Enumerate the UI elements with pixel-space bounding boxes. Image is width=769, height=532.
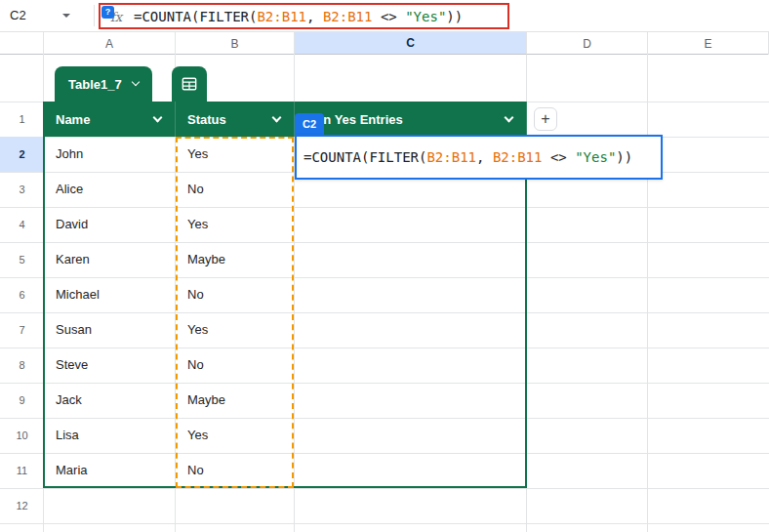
formula-token: ))	[446, 9, 463, 24]
formula-token: ,	[476, 149, 493, 165]
cell-B11[interactable]: No	[176, 453, 295, 488]
table-header-name[interactable]: Name	[44, 102, 176, 137]
cell-A3[interactable]: Alice	[44, 172, 176, 207]
cell-A2[interactable]: John	[44, 137, 176, 172]
cell-B2[interactable]: Yes	[176, 137, 295, 172]
cell-B5[interactable]: Maybe	[176, 242, 295, 277]
formula-token: B2:B11	[493, 149, 543, 165]
row-header-6[interactable]: 6	[0, 277, 44, 312]
column-header-D[interactable]: D	[527, 32, 648, 55]
formula-token: <>	[542, 149, 575, 165]
chevron-down-icon[interactable]	[153, 112, 163, 122]
cell-editor[interactable]: =COUNTA(FILTER(B2:B11, B2:B11 <> "Yes"))	[295, 135, 663, 180]
formula-token: "Yes"	[405, 9, 446, 24]
table-menu-tab[interactable]	[172, 66, 207, 102]
cell-B3[interactable]: No	[176, 172, 295, 207]
row-header-12[interactable]: 12	[0, 488, 44, 523]
cell-A7[interactable]: Susan	[44, 312, 176, 348]
name-box-value: C2	[10, 8, 26, 22]
cell-A6[interactable]: Michael	[44, 277, 176, 312]
formula-token: B2:B11	[426, 149, 476, 165]
formula-token: <>	[372, 9, 405, 24]
column-header-C[interactable]: C	[295, 32, 527, 55]
formula-token: ))	[616, 149, 632, 165]
formula-annotation-outline: ? fx =COUNTA(FILTER(B2:B11, B2:B11 <> "Y…	[99, 3, 509, 29]
cell-A8[interactable]: Steve	[44, 348, 176, 383]
name-box-caret-icon[interactable]	[62, 14, 70, 18]
cell-B6[interactable]: No	[176, 277, 295, 312]
row-header-7[interactable]: 7	[0, 312, 44, 348]
column-header-A[interactable]: A	[44, 32, 176, 55]
table-name-label: Table1_7	[68, 77, 122, 92]
name-box[interactable]: C2	[0, 0, 94, 31]
table-header-label: Name	[56, 112, 90, 127]
row-header-10[interactable]: 10	[0, 418, 44, 453]
table-icon	[181, 76, 198, 92]
table-header-label: Status	[187, 112, 226, 127]
chevron-down-icon	[131, 78, 139, 86]
table-header-status[interactable]: Status	[176, 102, 295, 137]
cell-B9[interactable]: Maybe	[176, 383, 295, 418]
divider	[94, 5, 95, 26]
row-header-11[interactable]: 11	[0, 453, 44, 488]
gridline	[0, 523, 769, 524]
row-header-9[interactable]: 9	[0, 383, 44, 418]
row-header-1[interactable]: 1	[0, 102, 44, 137]
formula-help-badge[interactable]: ?	[101, 6, 114, 19]
cell-editor-formula: =COUNTA(FILTER(B2:B11, B2:B11 <> "Yes"))	[304, 149, 632, 165]
formula-token: ,	[306, 9, 323, 24]
cell-A10[interactable]: Lisa	[44, 418, 176, 453]
chevron-down-icon[interactable]	[272, 112, 282, 122]
cell-B8[interactable]: No	[176, 348, 295, 383]
row-header-4[interactable]: 4	[0, 207, 44, 242]
gridline	[0, 488, 769, 489]
formula-token: =COUNTA(FILTER(	[304, 149, 426, 165]
column-header-B[interactable]: B	[176, 32, 295, 55]
gridline	[647, 55, 648, 532]
cell-B7[interactable]: Yes	[176, 312, 295, 348]
chevron-down-icon[interactable]	[505, 112, 514, 122]
formula-input[interactable]: =COUNTA(FILTER(B2:B11, B2:B11 <> "Yes"))	[134, 9, 463, 25]
cell-A4[interactable]: David	[44, 207, 176, 242]
active-cell-label: C2	[295, 113, 324, 135]
cell-A11[interactable]: Maria	[44, 453, 176, 488]
formula-token: B2:B11	[323, 9, 373, 24]
column-header-E[interactable]: E	[648, 32, 769, 55]
row-header-5[interactable]: 5	[0, 242, 44, 277]
select-all-corner[interactable]	[0, 32, 44, 55]
formula-token: =COUNTA(FILTER(	[134, 9, 257, 24]
cell-B10[interactable]: Yes	[176, 418, 295, 453]
cell-A5[interactable]: Karen	[44, 242, 176, 277]
row-header-2[interactable]: 2	[0, 137, 44, 172]
cell-A9[interactable]: Jack	[44, 383, 176, 418]
formula-token: "Yes"	[575, 149, 616, 165]
add-column-button[interactable]: +	[534, 107, 557, 131]
row-header-8[interactable]: 8	[0, 348, 44, 383]
formula-token: B2:B11	[257, 9, 306, 24]
cell-B4[interactable]: Yes	[176, 207, 295, 242]
formula-bar: C2 ? fx =COUNTA(FILTER(B2:B11, B2:B11 <>…	[0, 0, 769, 32]
table-header-non-yes-entries[interactable]: Non Yes Entries	[295, 102, 527, 137]
table-name-tab[interactable]: Table1_7	[55, 66, 152, 102]
row-header-3[interactable]: 3	[0, 172, 44, 207]
